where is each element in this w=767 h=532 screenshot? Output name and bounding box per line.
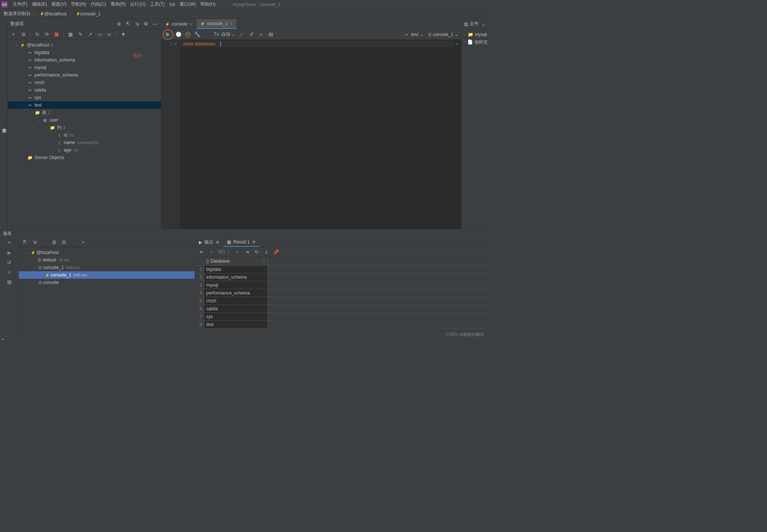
expand-all-icon[interactable]: ⇱: [22, 239, 28, 245]
svc-console-node[interactable]: ›⊞ console: [19, 279, 195, 286]
jump-icon[interactable]: ↗: [87, 32, 93, 38]
menu-code[interactable]: 代码(C): [89, 1, 108, 8]
tab-console[interactable]: ⚡console✕: [161, 19, 197, 29]
next-page-icon[interactable]: ›: [234, 249, 240, 255]
schema-node[interactable]: ›▪▪rmzh: [8, 79, 161, 86]
column-node[interactable]: ▯idint: [8, 131, 161, 139]
diff-icon[interactable]: ▦: [68, 32, 74, 38]
rerun-icon[interactable]: ↺: [6, 259, 12, 265]
svc-default-node[interactable]: ⊞ default78 ms: [19, 256, 195, 264]
menu-navigate[interactable]: 导航(N): [69, 1, 89, 8]
collapse-icon[interactable]: ⇲: [134, 21, 140, 27]
close-icon[interactable]: ✕: [216, 240, 219, 245]
menu-file[interactable]: 文件(F): [11, 1, 30, 8]
history-icon[interactable]: 🕓: [176, 32, 182, 38]
grid-row[interactable]: 5rmzh: [195, 297, 488, 305]
menu-window[interactable]: 窗口(W): [177, 1, 198, 8]
layout-svc-icon[interactable]: ▤: [6, 279, 12, 285]
code-editor[interactable]: 1✓ show databases ; ✓: [161, 40, 461, 229]
schema-node[interactable]: ›▪▪performance_schema: [8, 71, 161, 79]
filter-svc-icon[interactable]: ⊟: [61, 239, 67, 245]
schema-node[interactable]: ›▪▪bigdata: [8, 49, 161, 56]
services-tree[interactable]: ⌄⚡ @localhost ⊞ default78 ms ⌄⊞ console_…: [19, 247, 195, 338]
pin-icon[interactable]: 📌: [273, 249, 279, 255]
wrench-icon[interactable]: 🔧: [194, 32, 200, 38]
sql-icon[interactable]: QL: [107, 32, 113, 38]
group-icon[interactable]: ⊞: [51, 239, 57, 245]
column-header[interactable]: Database: [210, 258, 230, 264]
close-icon[interactable]: ✕: [189, 22, 192, 26]
grid-row[interactable]: 8test: [195, 321, 488, 329]
close-icon[interactable]: ✕: [230, 22, 233, 26]
cell-value[interactable]: mysql: [204, 281, 268, 289]
tables-group[interactable]: ⌄📁表1: [8, 109, 161, 116]
stop-query-icon[interactable]: ■: [258, 32, 264, 38]
database-tree[interactable]: ⌄⚡ @localhost 8 ›▪▪bigdata ›▪▪informatio…: [8, 40, 161, 229]
server-objects-node[interactable]: ›📁Server Objects: [8, 154, 161, 161]
last-page-icon[interactable]: ⇥: [244, 249, 250, 255]
column-node[interactable]: ▯ageint: [8, 146, 161, 154]
scratch-node[interactable]: ›📄临时文件和控: [463, 38, 486, 46]
explain-icon[interactable]: P: [185, 32, 191, 37]
cell-value[interactable]: performance_schema: [204, 289, 268, 297]
datasource-node[interactable]: ⌄⚡ @localhost 8: [8, 41, 161, 49]
project-root[interactable]: ⌄📁mysql-base: [463, 31, 486, 38]
columns-group[interactable]: ⌄📁列3: [8, 124, 161, 131]
menu-refactor[interactable]: 重构(R): [108, 1, 128, 8]
duplicate-icon[interactable]: ⧉: [20, 32, 26, 38]
menu-view[interactable]: 视图(V): [49, 1, 69, 8]
schema-node[interactable]: ›▪▪information_schema: [8, 56, 161, 64]
sync-icon[interactable]: ⟳: [44, 32, 50, 38]
tx-mode[interactable]: Tx: 自动 ⌄: [214, 31, 235, 38]
row-count[interactable]: 8行 ⌄: [218, 249, 230, 255]
cell-value[interactable]: test: [204, 321, 268, 328]
tab-console-1[interactable]: ⚡console_1✕: [197, 19, 237, 29]
stop-icon[interactable]: [54, 32, 60, 38]
close-icon[interactable]: ✕: [252, 239, 256, 245]
edit-icon[interactable]: ✎: [77, 32, 83, 38]
run-icon[interactable]: ▶: [6, 249, 12, 255]
cell-value[interactable]: rmzh: [204, 297, 268, 305]
add-svc-icon[interactable]: +: [80, 239, 86, 245]
filter-icon[interactable]: ▼: [120, 32, 126, 38]
tx-icon[interactable]: Tx: [6, 240, 12, 246]
output-tab[interactable]: ▶输出✕: [195, 238, 223, 247]
cell-value[interactable]: sakila: [204, 305, 268, 313]
cell-value[interactable]: sys: [204, 313, 268, 320]
schema-selector[interactable]: ▪▪test ⌄: [404, 32, 423, 37]
grid-row[interactable]: 3mysql: [195, 281, 488, 289]
layout-icon[interactable]: ▤: [268, 32, 274, 38]
expand-icon[interactable]: ⇱: [125, 21, 131, 27]
svc-console1-run[interactable]: ⚡ console_1540 ms: [19, 271, 195, 279]
grid-row[interactable]: 1bigdata: [195, 266, 488, 274]
menu-edit[interactable]: 编辑(E): [30, 1, 49, 8]
table-node[interactable]: ⌄▦user: [8, 116, 161, 124]
add-icon[interactable]: +: [11, 32, 17, 38]
collapse-all-icon[interactable]: ⇲: [32, 239, 38, 245]
grid-row[interactable]: 7sys: [195, 313, 488, 321]
run-button[interactable]: [164, 31, 172, 38]
grid-row[interactable]: 4performance_schema: [195, 289, 488, 297]
commit-icon[interactable]: ✓: [239, 32, 245, 38]
rollback-icon[interactable]: ↺: [248, 32, 254, 38]
stop-svc-icon[interactable]: ■: [6, 269, 12, 275]
database-tool-tab[interactable]: 数据库: [0, 19, 8, 229]
minimize-icon[interactable]: —: [152, 21, 158, 27]
settings-icon[interactable]: ⚙: [143, 21, 149, 27]
ddl-icon[interactable]: ▭: [97, 32, 103, 38]
crumb-root[interactable]: 数据库控制台: [4, 11, 31, 17]
svc-console1-node[interactable]: ⌄⊞ console_1540 ms: [19, 264, 195, 271]
schema-node[interactable]: ›▪▪mysql: [8, 64, 161, 71]
crumb-console[interactable]: console_1: [80, 11, 101, 17]
schema-node[interactable]: ›▪▪sys: [8, 94, 161, 101]
cell-value[interactable]: information_schema: [204, 274, 268, 281]
result-grid[interactable]: ▯Database÷ 1bigdata2information_schema3m…: [195, 257, 488, 338]
schema-node-selected[interactable]: ⌄▪▪test: [8, 101, 161, 109]
refresh-icon[interactable]: ↻: [34, 32, 40, 38]
menu-git[interactable]: Git: [167, 2, 177, 7]
menu-run[interactable]: 运行(U): [128, 1, 148, 8]
schema-node[interactable]: ›▪▪sakila: [8, 86, 161, 94]
svc-host-node[interactable]: ⌄⚡ @localhost: [19, 249, 195, 256]
export-icon[interactable]: ⤓: [263, 249, 269, 255]
menu-help[interactable]: 帮助(H): [198, 1, 218, 8]
